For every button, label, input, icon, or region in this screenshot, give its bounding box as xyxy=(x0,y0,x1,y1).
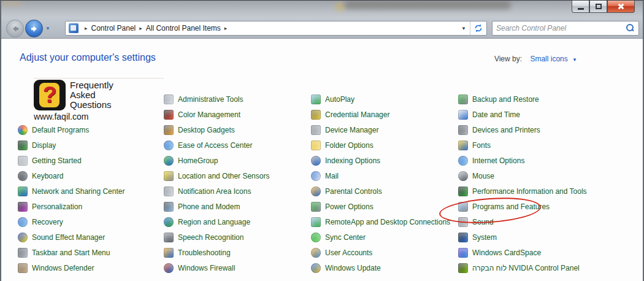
control-panel-item-mail[interactable]: Mail xyxy=(311,168,458,183)
control-panel-item-region-and-language[interactable]: Region and Language xyxy=(164,214,311,229)
glass-blur-decoration xyxy=(1,1,22,6)
location-and-other-sensors-icon xyxy=(164,171,174,181)
search-input[interactable] xyxy=(493,24,625,33)
recovery-icon xyxy=(18,217,28,227)
control-panel-item-phone-and-modem[interactable]: Phone and Modem xyxy=(164,199,311,214)
control-panel-item-label: Power Options xyxy=(325,202,374,211)
control-panel-item-label: Personalization xyxy=(32,202,82,211)
forward-button[interactable] xyxy=(25,20,43,37)
control-panel-item-date-and-time[interactable]: Date and Time xyxy=(458,107,642,122)
breadcrumb-all-control-panel-items[interactable]: All Control Panel Items xyxy=(146,24,221,33)
control-panel-item-speech-recognition[interactable]: Speech Recognition xyxy=(164,229,311,245)
control-panel-item-label: Internet Options xyxy=(472,156,524,165)
breadcrumb-arrow-icon[interactable]: ▸ xyxy=(221,25,231,31)
control-panel-item-autoplay[interactable]: AutoPlay xyxy=(311,91,458,107)
recent-pages-chevron[interactable]: ▼ xyxy=(45,26,50,31)
control-panel-item-sound[interactable]: Sound xyxy=(458,214,642,229)
control-panel-item-windows-update[interactable]: Windows Update xyxy=(311,260,458,275)
power-options-icon xyxy=(311,202,321,212)
administrative-tools-icon xyxy=(164,94,174,104)
control-panel-item-recovery[interactable]: Recovery xyxy=(18,214,164,229)
control-panel-item-network-and-sharing-center[interactable]: Network and Sharing Center xyxy=(18,183,164,199)
address-bar[interactable]: ▸ Control Panel ▸ All Control Panel Item… xyxy=(65,21,487,36)
control-panel-item-personalization[interactable]: Personalization xyxy=(18,199,164,214)
parental-controls-icon xyxy=(311,187,321,196)
control-panel-item-troubleshooting[interactable]: Troubleshooting xyxy=(164,245,311,260)
control-panel-item-internet-options[interactable]: Internet Options xyxy=(458,153,642,168)
control-panel-item-administrative-tools[interactable]: Administrative Tools xyxy=(164,91,311,107)
control-panel-item-taskbar-and-start-menu[interactable]: Taskbar and Start Menu xyxy=(18,245,164,260)
search-icon[interactable] xyxy=(625,23,635,33)
control-panel-item-backup-and-restore[interactable]: Backup and Restore xyxy=(458,91,642,107)
back-button[interactable] xyxy=(6,20,24,37)
control-panel-item-credential-manager[interactable]: Credential Manager xyxy=(311,107,458,122)
control-panel-item-windows-defender[interactable]: Windows Defender xyxy=(18,260,164,275)
navigation-bar: ▼ ▸ Control Panel ▸ All Control Panel It… xyxy=(1,18,643,39)
control-panel-item-color-management[interactable]: Color Management xyxy=(164,107,311,122)
control-panel-item-performance-information-and-tools[interactable]: Performance Information and Tools xyxy=(458,183,642,199)
homegroup-icon xyxy=(164,156,174,166)
control-panel-item-sound-effect-manager[interactable]: Sound Effect Manager xyxy=(18,229,164,245)
faq-watermark-text: Frequently Asked Questions xyxy=(66,80,113,110)
control-panel-item-label: Sound Effect Manager xyxy=(32,233,105,242)
control-panel-item-windows-firewall[interactable]: Windows Firewall xyxy=(164,260,311,275)
control-panel-item-notification-area-icons[interactable]: Notification Area Icons xyxy=(164,183,311,199)
minimize-button[interactable] xyxy=(572,1,589,13)
breadcrumb-arrow-icon[interactable]: ▸ xyxy=(136,25,146,31)
control-panel-item-label: AutoPlay xyxy=(325,95,355,104)
view-by-value[interactable]: Small icons xyxy=(530,55,567,63)
control-panel-item-power-options[interactable]: Power Options xyxy=(311,199,458,214)
breadcrumb-control-panel[interactable]: Control Panel xyxy=(91,24,136,33)
speech-recognition-icon xyxy=(164,233,174,242)
question-mark-icon: ? xyxy=(34,80,66,110)
refresh-button[interactable] xyxy=(470,21,486,35)
control-panel-item-desktop-gadgets[interactable]: Desktop Gadgets xyxy=(164,122,311,137)
ease-of-access-center-icon xyxy=(164,140,174,150)
control-panel-item-indexing-options[interactable]: Indexing Options xyxy=(311,153,458,168)
control-panel-item-mouse[interactable]: Mouse xyxy=(458,168,642,183)
control-panel-item-device-manager[interactable]: Device Manager xyxy=(311,122,458,137)
close-button[interactable] xyxy=(607,1,635,13)
control-panel-item-windows-cardspace[interactable]: Windows CardSpace xyxy=(458,245,642,260)
control-panel-item-parental-controls[interactable]: Parental Controls xyxy=(311,183,458,199)
control-panel-item-programs-and-features[interactable]: Programs and Features xyxy=(458,199,642,214)
control-panel-item-default-programs[interactable]: Default Programs xyxy=(18,122,164,137)
title-bar xyxy=(1,1,643,18)
control-panel-item-fonts[interactable]: Fonts xyxy=(458,137,642,153)
control-panel-item-location-and-other-sensors[interactable]: Location and Other Sensors xyxy=(164,168,311,183)
user-accounts-icon xyxy=(311,248,321,258)
control-panel-item-sync-center[interactable]: Sync Center xyxy=(311,229,458,245)
control-panel-item-label: Device Manager xyxy=(325,126,378,134)
control-panel-item-remoteapp-and-desktop-connections[interactable]: RemoteApp and Desktop Connections xyxy=(311,214,458,229)
control-panel-item-label: RemoteApp and Desktop Connections xyxy=(325,218,450,226)
control-panel-item-getting-started[interactable]: Getting Started xyxy=(18,153,164,168)
view-by-dropdown-icon[interactable]: ▼ xyxy=(572,57,577,63)
control-panel-item-folder-options[interactable]: Folder Options xyxy=(311,137,458,153)
nvidia-control-panel-icon xyxy=(458,263,468,273)
control-panel-item-label: Programs and Features xyxy=(472,202,550,211)
control-panel-item-label: Backup and Restore xyxy=(472,95,539,104)
control-panel-item-ease-of-access-center[interactable]: Ease of Access Center xyxy=(164,137,311,153)
breadcrumb-arrow-icon[interactable]: ▸ xyxy=(81,25,91,31)
control-panel-item-system[interactable]: System xyxy=(458,229,642,245)
control-panel-item-homegroup[interactable]: HomeGroup xyxy=(164,153,311,168)
control-panel-item-label: Color Management xyxy=(178,110,240,119)
control-panel-item-user-accounts[interactable]: User Accounts xyxy=(311,245,458,260)
fonts-icon xyxy=(458,140,468,150)
control-panel-item-display[interactable]: Display xyxy=(18,137,164,153)
control-panel-item-nvidia-control-panel[interactable]: לוח הבקרה NVIDIA Control Panel xyxy=(458,260,642,275)
back-arrow-icon xyxy=(11,25,20,33)
control-panel-item-devices-and-printers[interactable]: Devices and Printers xyxy=(458,122,642,137)
control-panel-item-label: Location and Other Sensors xyxy=(178,172,269,180)
search-box[interactable] xyxy=(492,21,639,36)
control-panel-item-keyboard[interactable]: Keyboard xyxy=(18,168,164,183)
glass-blur-decoration xyxy=(345,1,510,9)
notification-area-icons-icon xyxy=(164,187,174,196)
indexing-options-icon xyxy=(311,156,321,166)
content-area: Adjust your computer's settings View by:… xyxy=(1,39,643,281)
items-column-2: Administrative ToolsColor ManagementDesk… xyxy=(164,91,311,275)
address-dropdown-button[interactable]: ▼ xyxy=(458,21,470,35)
sound-icon xyxy=(458,217,468,227)
maximize-button[interactable] xyxy=(589,1,607,13)
glass-blur-decoration xyxy=(335,3,344,10)
